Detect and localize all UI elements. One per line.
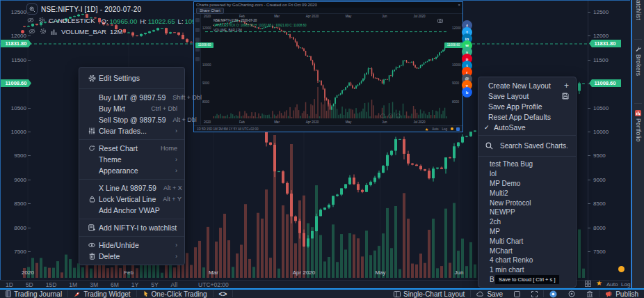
popup-tool-icon[interactable] <box>195 38 200 42</box>
price-tick: 12000 <box>1 33 26 39</box>
star-icon[interactable]: ★ <box>596 279 602 287</box>
tab-portfolio[interactable]: Portfolio <box>632 110 644 142</box>
watermark-dot <box>388 113 393 118</box>
timeframe-5d[interactable]: 5D <box>26 281 33 288</box>
timeframe-all[interactable]: All <box>171 281 177 288</box>
price-tick: 10000 <box>1 129 26 135</box>
menu-item-buy-lmt[interactable]: Buy LMT @ 9897.59Shift + Dbl <box>79 92 184 103</box>
saved-chart-item[interactable]: MP <box>478 227 576 237</box>
menu-item-create-new-layout[interactable]: Create New Layout+ <box>478 80 576 91</box>
tab-brokers[interactable]: Brokers <box>632 46 644 76</box>
tab-label: Brokers <box>635 54 642 76</box>
menu-item-theme[interactable]: Theme› <box>79 154 184 165</box>
saved-chart-item[interactable]: 1 min chart <box>478 265 576 275</box>
fullscreen-button[interactable] <box>526 290 543 298</box>
menu-item-buy-mkt[interactable]: Buy MktCtrl + Dbl <box>79 103 184 114</box>
price-tick: 9000 <box>593 177 606 183</box>
target-button[interactable] <box>563 290 581 298</box>
gear-icon[interactable] <box>38 17 45 24</box>
saved-chart-item[interactable]: NEWPP <box>478 207 576 217</box>
popup-auto[interactable]: Auto <box>432 127 438 131</box>
share-behance-icon[interactable]: b <box>462 87 472 97</box>
exchange-button[interactable] <box>581 290 599 298</box>
popup-tool-icon[interactable] <box>195 18 200 22</box>
save-tooltip: Save to Cloud [ Ctrl + s ] <box>494 274 560 285</box>
check-icon: ✓ <box>484 124 494 131</box>
saved-chart-item[interactable]: Multi Chart <box>478 236 576 246</box>
timeframe-1d[interactable]: 1D <box>6 281 13 288</box>
code-snippet-button[interactable]: <> <box>214 290 233 298</box>
menu-item-sell-stop[interactable]: Sell Stop @ 9897.59Alt + Dbl <box>79 114 184 125</box>
menu-item-delete[interactable]: Delete› <box>79 251 184 262</box>
button-label: Trading Journal <box>14 290 62 298</box>
menu-item-reset-chart[interactable]: Reset ChartHome <box>79 143 184 154</box>
menu-label: Appearance <box>99 166 138 175</box>
menu-item-save-layout[interactable]: Save Layout <box>478 91 576 101</box>
menu-item-edit-settings[interactable]: Edit Settings <box>79 70 184 86</box>
frame-button[interactable] <box>508 290 526 298</box>
price-tick: 10000 <box>593 129 609 135</box>
close-icon[interactable]: × <box>458 3 460 7</box>
popup-tool-icon[interactable] <box>195 28 200 32</box>
saved-chart-item[interactable]: 4 chart Renko <box>478 256 576 265</box>
timeframe-1y[interactable]: 1Y <box>131 281 138 288</box>
notification-dot <box>618 266 625 272</box>
menu-item-hide-unhide[interactable]: Hide/Unhide› <box>79 240 184 251</box>
saved-chart-item[interactable]: 2ch <box>478 217 576 227</box>
snapshot-button[interactable] <box>544 290 563 298</box>
menu-item-lock-vertical-line[interactable]: Lock Vertical LineAlt + Y <box>79 194 184 205</box>
saved-chart-item[interactable]: Multi2 <box>478 188 576 198</box>
menu-item-autosave[interactable]: ✓AutoSave <box>478 122 576 132</box>
tab-watchlist[interactable]: Watchlist <box>632 0 644 35</box>
gear-icon[interactable] <box>39 28 47 36</box>
publish-button[interactable]: Publish <box>599 290 644 298</box>
menu-item-clear-trades[interactable]: Clear Trades...› <box>79 125 184 136</box>
eye-off-icon[interactable] <box>26 17 34 24</box>
saved-chart-item[interactable]: MChart <box>478 246 576 256</box>
last-price-label-left: 11008.60 <box>1 79 31 87</box>
popup-log[interactable]: Log <box>442 127 447 131</box>
single-chart-layout-button[interactable]: Single-Chart Layout <box>388 290 470 298</box>
one-click-trading-button[interactable]: One-Click Trading <box>137 290 213 298</box>
button-label: Trading Widget <box>83 290 130 298</box>
menu-item-save-app-profile[interactable]: Save App Profile <box>478 101 576 111</box>
search-saved-charts-input[interactable]: Search Saved Charts. <box>478 139 576 153</box>
time-tick: 2020 <box>22 269 34 276</box>
save-button[interactable]: Save <box>471 290 508 298</box>
study-volume-label: VOLUME_BAR <box>61 28 106 36</box>
camera-icon[interactable] <box>437 18 443 23</box>
wrench-icon <box>635 46 641 52</box>
timeframe-1m[interactable]: 1M <box>69 281 77 288</box>
grid-settings-icon[interactable] <box>585 281 591 287</box>
menu-label: Add Anchor VWAP <box>99 206 160 214</box>
menu-shortcut: Ctrl + Dbl <box>144 105 177 112</box>
menu-item-add-to-watchlist[interactable]: Add NIFTY-I to watchlist <box>79 222 184 233</box>
timeframe-5y[interactable]: 5Y <box>151 281 158 288</box>
menu-item-reset-app-defaults[interactable]: Reset App Defaults <box>478 111 576 122</box>
zoom-icon[interactable] <box>26 3 38 15</box>
popup-tool-icon[interactable] <box>195 57 200 61</box>
eye-icon <box>85 242 99 248</box>
timeframe-15d[interactable]: 15D <box>46 281 57 288</box>
star-icon[interactable]: ★ <box>425 127 428 132</box>
saved-chart-item[interactable]: test Thea Bug <box>478 159 576 169</box>
auto-scale-toggle[interactable]: Auto <box>606 281 618 288</box>
tab-label: Watchlist <box>635 0 642 20</box>
saved-chart-item[interactable]: MP Demo <box>478 179 576 189</box>
timeframe-3m[interactable]: 3M <box>90 281 98 288</box>
trading-journal-button[interactable]: Trading Journal <box>0 290 67 298</box>
menu-item-appearance[interactable]: Appearance› <box>79 165 184 176</box>
log-scale-toggle[interactable]: Log <box>621 281 630 288</box>
menu-label: X Line At 9897.59 <box>99 184 156 192</box>
time-tick: Mar <box>209 269 218 276</box>
saved-chart-item[interactable]: New Protocol <box>478 198 576 207</box>
trading-widget-button[interactable]: Trading Widget <box>68 290 136 298</box>
eye-off-icon[interactable] <box>28 28 35 36</box>
menu-item-add-anchor-vwap[interactable]: Add Anchor VWAP <box>79 205 184 216</box>
tab-share-chart[interactable]: Share Chart <box>196 8 224 14</box>
timeframe-6m[interactable]: 6M <box>111 281 119 288</box>
saved-chart-item[interactable]: lol <box>478 169 576 179</box>
menu-shortcut: Home <box>154 145 177 152</box>
menu-item-x-line[interactable]: X Line At 9897.59Alt + X <box>79 182 184 194</box>
layout-menu: Create New Layout+ Save Layout Save App … <box>478 77 577 288</box>
